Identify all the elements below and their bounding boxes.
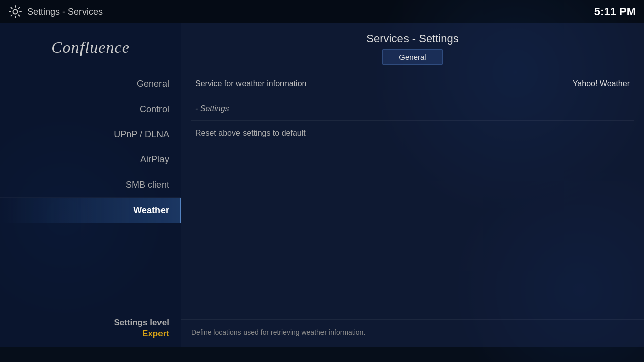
sidebar-item-smb-label: SMB client [126,179,169,190]
setting-sub-label: - Settings [195,104,229,113]
bottombar [0,347,644,362]
topbar-left: Settings - Services [8,5,103,19]
content-footer: Define locations used for retrieving wea… [181,319,644,347]
gear-icon [8,5,22,19]
setting-row-reset[interactable]: Reset above settings to default [191,121,634,146]
sidebar-item-weather[interactable]: Weather [0,198,181,223]
sidebar-item-weather-label: Weather [133,205,169,215]
topbar: Settings - Services 5:11 PM [0,0,644,23]
sidebar-item-general[interactable]: General [0,72,181,97]
topbar-time: 5:11 PM [594,5,636,18]
content-panel: Services - Settings General Service for … [181,23,644,347]
settings-level-area: Settings level Expert [0,310,181,347]
main-area: Confluence General Control UPnP / DLNA A… [0,23,644,347]
setting-value-weather-service: Yahoo! Weather [573,79,630,88]
footer-description: Define locations used for retrieving wea… [191,328,365,336]
sidebar-item-control-label: Control [140,104,169,114]
sidebar-item-general-label: General [137,79,169,89]
setting-row-weather-service[interactable]: Service for weather information Yahoo! W… [191,71,634,97]
sidebar-item-smb[interactable]: SMB client [0,172,181,198]
sidebar-nav: General Control UPnP / DLNA AirPlay SMB … [0,72,181,310]
sidebar-item-airplay[interactable]: AirPlay [0,147,181,172]
settings-level-label: Settings level [12,318,169,328]
sidebar-item-upnp-label: UPnP / DLNA [114,129,169,139]
content-header: Services - Settings General [181,23,644,71]
setting-label-weather-service: Service for weather information [195,79,306,88]
svg-point-0 [13,10,18,14]
sidebar-item-airplay-label: AirPlay [140,154,169,164]
content-tab-general[interactable]: General [382,49,442,65]
sidebar-item-control[interactable]: Control [0,97,181,122]
setting-reset-label: Reset above settings to default [195,129,306,137]
logo: Confluence [51,38,130,56]
settings-level-value: Expert [12,329,169,339]
sidebar-item-upnp[interactable]: UPnP / DLNA [0,122,181,147]
logo-area: Confluence [0,33,181,72]
content-title: Services - Settings [181,32,644,45]
topbar-title: Settings - Services [27,7,103,17]
sidebar: Confluence General Control UPnP / DLNA A… [0,23,181,347]
setting-row-sub-settings[interactable]: - Settings [191,97,634,121]
settings-list: Service for weather information Yahoo! W… [181,71,644,319]
